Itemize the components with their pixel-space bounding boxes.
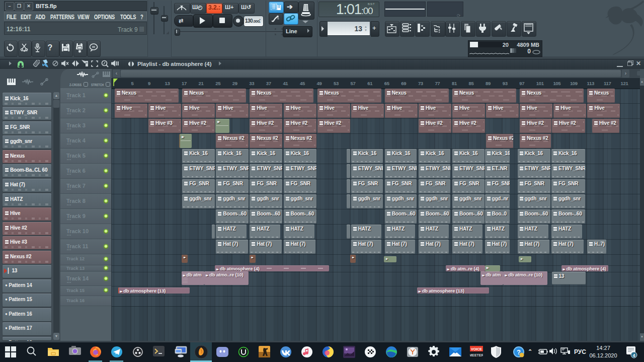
svg-text:4: 4 <box>632 353 635 358</box>
svg-text:VOICE: VOICE <box>471 347 482 351</box>
svg-text:MEETER: MEETER <box>470 353 483 357</box>
